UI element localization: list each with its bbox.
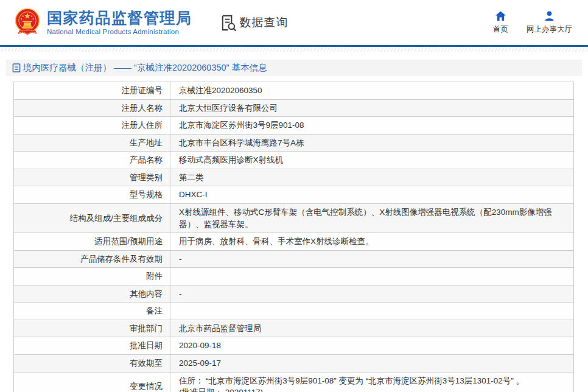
table-row: 审批部门北京市药品监督管理局 [14, 320, 574, 337]
table-row: 产品储存条件及有效期- [14, 250, 574, 268]
org-title-block: 国家药品监督管理局 National Medical Products Admi… [47, 10, 192, 36]
org-name-en: National Medical Products Administration [47, 28, 192, 35]
table-row: 附件 [14, 268, 574, 285]
table-row: 型号规格DHXC-I [14, 186, 574, 204]
data-query-section[interactable]: 数据查询 [220, 15, 289, 31]
data-query-label: 数据查询 [240, 15, 289, 30]
table-row: 产品名称移动式高频医用诊断X射线机 [14, 152, 574, 169]
field-label: 注册人名称 [14, 99, 170, 117]
field-value: 北京市药品监督管理局 [170, 320, 574, 337]
field-label: 产品储存条件及有效期 [14, 250, 170, 268]
page-header: 国家药品监督管理局 National Medical Products Admi… [0, 0, 588, 45]
field-value: 北京市海淀区苏州街3号9层901-08 [170, 117, 574, 135]
field-label: 变更情况 [14, 372, 170, 392]
field-label: 结构及组成/主要组成成分 [14, 203, 170, 233]
field-value: 住所： “北京市海淀区苏州街3号9层901-08” 变更为 “北京市海淀区苏州街… [170, 372, 574, 392]
national-emblem-logo [15, 8, 40, 37]
table-row: 生产地址北京市丰台区科学城海鹰路7号A栋 [14, 134, 574, 152]
table-row: 注册人名称北京大恒医疗设备有限公司 [14, 99, 574, 117]
user-icon [544, 10, 555, 22]
org-name-cn: 国家药品监督管理局 [47, 10, 192, 27]
field-label: 注册证编号 [14, 82, 170, 100]
field-value: 移动式高频医用诊断X射线机 [170, 152, 574, 169]
table-row: 结构及组成/主要组成成分X射线源组件、移动式C形臂车架（含电气控制系统）、X射线… [14, 203, 574, 233]
table-row: 管理类别第二类 [14, 169, 574, 186]
field-value: - [170, 285, 574, 303]
page-icon [12, 63, 21, 72]
table-row: 有效期至2025-09-17 [14, 355, 574, 373]
home-icon [495, 10, 506, 22]
field-label: 附件 [14, 268, 170, 285]
table-row: 其他内容- [14, 285, 574, 303]
field-value: 2020-09-18 [170, 337, 574, 355]
field-value [170, 268, 574, 285]
table-row: 注册证编号京械注准20202060350 [14, 82, 574, 100]
table-row: 备注 [14, 303, 574, 320]
field-value: 2025-09-17 [170, 355, 574, 373]
field-value [170, 303, 574, 320]
breadcrumb-text: 境内医疗器械（注册） —— “京械注准20202060350” 基本信息 [23, 62, 267, 74]
nav-item-service-hall[interactable]: 网上办事大厅 [527, 10, 572, 35]
field-label: 管理类别 [14, 169, 170, 186]
nav-service-hall-label: 网上办事大厅 [527, 24, 572, 35]
field-value: - [170, 250, 574, 268]
field-label: 批准日期 [14, 337, 170, 355]
field-value: 用于病房、放射科、骨科、手术室作X射线诊断检查。 [170, 233, 574, 251]
field-value: DHXC-I [170, 186, 574, 204]
field-label: 适用范围/预期用途 [14, 233, 170, 251]
field-label: 其他内容 [14, 285, 170, 303]
top-nav: 首页 网上办事大厅 [493, 10, 572, 35]
field-value: 第二类 [170, 169, 574, 186]
field-label: 生产地址 [14, 134, 170, 152]
registration-info-table: 注册证编号京械注准20202060350注册人名称北京大恒医疗设备有限公司注册人… [13, 82, 574, 392]
field-label: 有效期至 [14, 355, 170, 373]
field-label: 备注 [14, 303, 170, 320]
nav-home-label: 首页 [493, 24, 508, 35]
table-row: 注册人住所北京市海淀区苏州街3号9层901-08 [14, 117, 574, 135]
table-row: 批准日期2020-09-18 [14, 337, 574, 355]
table-row: 变更情况住所： “北京市海淀区苏州街3号9层901-08” 变更为 “北京市海淀… [14, 372, 574, 392]
field-value: 北京市丰台区科学城海鹰路7号A栋 [170, 134, 574, 152]
header-divider-hatch [0, 47, 588, 52]
field-value: 京械注准20202060350 [170, 82, 574, 100]
field-label: 型号规格 [14, 186, 170, 204]
table-row: 适用范围/预期用途用于病房、放射科、骨科、手术室作X射线诊断检查。 [14, 233, 574, 251]
breadcrumb: 境内医疗器械（注册） —— “京械注准20202060350” 基本信息 [6, 60, 582, 76]
field-label: 注册人住所 [14, 117, 170, 135]
nav-item-home[interactable]: 首页 [493, 10, 508, 35]
field-value: X射线源组件、移动式C形臂车架（含电气控制系统）、X射线图像增强器电视系统（配2… [170, 203, 574, 233]
field-label: 审批部门 [14, 320, 170, 337]
field-value: 北京大恒医疗设备有限公司 [170, 99, 574, 117]
field-label: 产品名称 [14, 152, 170, 169]
document-search-icon [220, 15, 237, 31]
